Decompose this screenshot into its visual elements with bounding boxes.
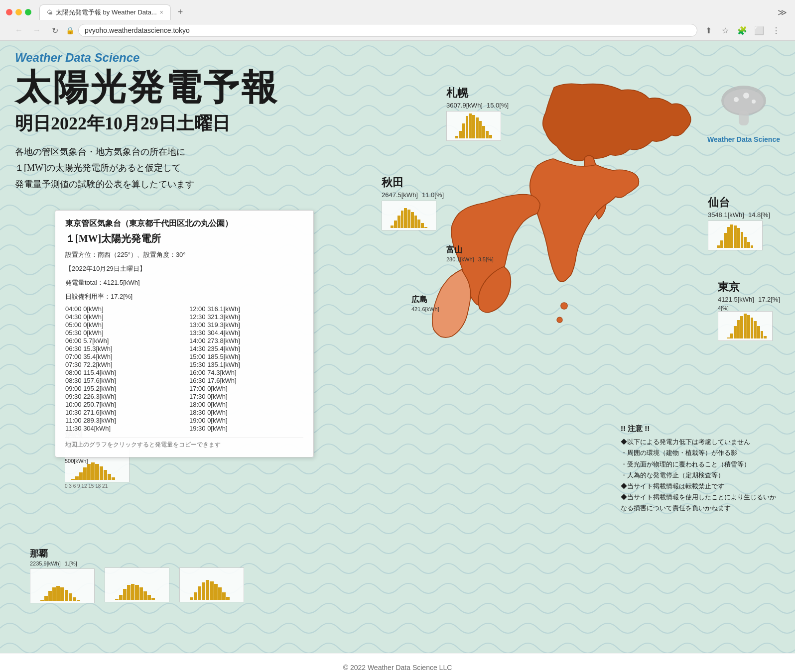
svg-point-1: [557, 317, 562, 323]
schedule-entry-left: 11:30 304[kWh]: [65, 425, 179, 432]
sendai-chart[interactable]: [708, 221, 763, 250]
window-minimize-button[interactable]: [15, 9, 22, 15]
popup-date: 【2022年10月29日土曜日】: [65, 263, 303, 274]
address-input[interactable]: [78, 24, 697, 37]
schedule-entry-left: 08:00 115.4[kWh]: [65, 369, 179, 376]
schedule-entry-left: 07:30 72.2[kWh]: [65, 361, 179, 368]
chart-bar: [95, 464, 99, 480]
extra-chart-2[interactable]: [179, 567, 244, 603]
sapporo-chart[interactable]: [446, 111, 501, 141]
chart-bar: [764, 336, 767, 338]
note-item: ◆当サイト掲載情報は転載禁止です: [621, 481, 780, 492]
bottom-markers: 那覇 2235.9[kWh] 1.[%]: [30, 548, 244, 603]
toyama-marker[interactable]: 富山 280.1[kWh] 3.5[%]: [446, 245, 494, 264]
menu-button[interactable]: ⋮: [769, 23, 783, 37]
bookmark-button[interactable]: ☆: [718, 23, 732, 37]
schedule-entry-left: 10:00 250.7[kWh]: [65, 401, 179, 408]
extra-chart-1[interactable]: [105, 567, 169, 603]
chart-bar: [479, 121, 482, 138]
svg-point-7: [752, 100, 756, 104]
sendai-percent: 14.8[%]: [748, 211, 770, 219]
notes-items: ◆以下による発電力低下は考慮していません・周囲の環境（建物・植栽等）が作る影・受…: [621, 437, 780, 514]
site-title: Weather Data Science: [15, 51, 780, 65]
chart-bar: [48, 591, 52, 601]
naha-marker[interactable]: 那覇 2235.9[kWh] 1.[%]: [30, 548, 95, 603]
tokyo-popup: 東京管区気象台（東京都千代田区北の丸公園） １[MW]太陽光発電所 設置方位：南…: [55, 210, 314, 457]
chart-bar: [717, 245, 720, 248]
svg-point-3: [724, 89, 764, 114]
tab-label: 太陽光発電予報 by Weather Data...: [56, 8, 157, 17]
back-button[interactable]: ←: [12, 23, 26, 37]
note-item: ・受光面が物理的に覆われること（積雪等）: [621, 459, 780, 470]
footer-text: © 2022 Weather Data Science LLC: [343, 664, 452, 672]
note-item: ◆当サイト掲載情報を使用したことにより生じるいかなる損害について責任を負いかねま…: [621, 492, 780, 514]
toyama-kwh: 280.1[kWh]: [446, 256, 474, 262]
extensions-button[interactable]: 🧩: [735, 23, 749, 37]
akita-name: 秋田: [382, 175, 444, 190]
toolbar-icons: ⬆ ☆ 🧩 ⬜ ⋮: [701, 23, 783, 37]
chart-bar: [744, 314, 747, 338]
schedule-entry-left: 05:00 0[kWh]: [65, 321, 179, 329]
schedule-entry-right: 14:00 273.8[kWh]: [189, 337, 303, 344]
page-footer: © 2022 Weather Data Science LLC: [0, 653, 795, 672]
chart-bar: [455, 136, 458, 138]
naha-chart-bars: [32, 571, 92, 601]
chart-bar: [734, 225, 737, 248]
sendai-stats: 3548.1[kWh] 14.8[%]: [708, 211, 770, 219]
chart-bar: [73, 597, 76, 601]
schedule-entry-right: 19:00 0[kWh]: [189, 417, 303, 424]
more-button[interactable]: ≫: [775, 5, 789, 19]
tokyo-chart[interactable]: [718, 311, 773, 341]
window-maximize-button[interactable]: [25, 9, 31, 15]
chart-bar: [411, 212, 414, 228]
tokyo-marker[interactable]: 東京 4121.5[kWh] 17.2[%] 4[%]: [718, 280, 780, 341]
schedule-entry-right: 17:30 0[kWh]: [189, 393, 303, 400]
popup-subtitle: １[MW]太陽光発電所: [65, 232, 303, 245]
sapporo-stats: 3607.9[kWh] 15.0[%]: [446, 102, 509, 109]
naha-chart[interactable]: [30, 568, 95, 603]
notes-section: !! 注意 !! ◆以下による発電力低下は考慮していません・周囲の環境（建物・植…: [621, 424, 780, 514]
tab-close-button[interactable]: ×: [160, 9, 163, 16]
chart-bar: [417, 220, 420, 228]
chart-bar: [724, 233, 727, 248]
schedule-entry-right: 16:00 74.3[kWh]: [189, 369, 303, 376]
schedule-entry-left: 09:00 195.2[kWh]: [65, 385, 179, 392]
extra-chart-2-box[interactable]: [179, 567, 244, 602]
sendai-marker[interactable]: 仙台 3548.1[kWh] 14.8[%]: [708, 195, 770, 250]
schedule-entry-left: 09:30 226.3[kWh]: [65, 393, 179, 400]
window-button[interactable]: ⬜: [752, 23, 766, 37]
sendai-name: 仙台: [708, 195, 770, 210]
active-tab[interactable]: 🌤 太陽光発電予報 by Weather Data... ×: [39, 4, 171, 20]
popup-rate: 日設備利用率：17.2[%]: [65, 291, 303, 302]
chart-bar: [394, 221, 397, 228]
akita-marker[interactable]: 秋田 2647.5[kWh] 11.0[%]: [382, 175, 444, 230]
new-tab-button[interactable]: +: [173, 4, 188, 20]
toyama-name: 富山: [446, 245, 494, 255]
schedule-entry-right: 13:00 319.3[kWh]: [189, 321, 303, 329]
extra-chart-1-box[interactable]: [105, 567, 169, 602]
chart-bar: [407, 210, 410, 228]
logo-area: Weather Data Science: [707, 81, 780, 143]
sapporo-marker[interactable]: 札幌 3607.9[kWh] 15.0[%]: [446, 86, 509, 141]
popup-schedule: 04:00 0[kWh]12:00 316.1[kWh]04:30 0[kWh]…: [65, 305, 303, 432]
chart-bar: [472, 115, 475, 139]
tab-favicon: 🌤: [47, 9, 53, 16]
popup-footer: 地図上のグラフをクリックすると発電量をコピーできます: [65, 437, 303, 449]
chart-bar: [108, 474, 111, 480]
chart-bar: [751, 318, 754, 339]
window-close-button[interactable]: [6, 9, 12, 15]
forward-button[interactable]: →: [30, 23, 44, 37]
akita-percent: 11.0[%]: [422, 191, 444, 199]
chart-bar: [218, 587, 222, 600]
chart-bar: [404, 208, 407, 228]
chart-bar: [424, 227, 427, 228]
akita-chart[interactable]: [382, 201, 436, 230]
schedule-entry-left: 06:30 15.3[kWh]: [65, 345, 179, 352]
refresh-button[interactable]: ↻: [48, 23, 62, 37]
hiroshima-marker[interactable]: 広島 421.6[kWh]: [411, 295, 439, 314]
schedule-entry-left: 05:30 0[kWh]: [65, 329, 179, 336]
chart-bar: [115, 599, 119, 600]
svg-point-5: [734, 97, 739, 102]
tokyo-chart-label: 4[%]: [718, 305, 780, 311]
share-button[interactable]: ⬆: [701, 23, 715, 37]
